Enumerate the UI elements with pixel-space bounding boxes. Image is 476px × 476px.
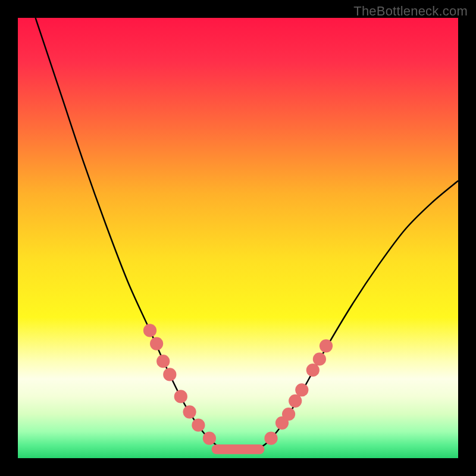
curve-marker [282,408,295,421]
curve-marker [156,355,170,368]
curve-marker [289,394,302,408]
plot-area [18,18,458,458]
curve-marker [163,368,176,381]
curve-marker [295,383,308,396]
curve-marker [320,339,333,352]
watermark-text: TheBottleneck.com [353,4,468,19]
curve-marker [150,337,163,350]
curve-marker [174,390,187,403]
curve-marker [143,324,156,337]
curve-marker [192,418,205,431]
curve-marker [183,405,196,418]
curve-marker [306,364,320,377]
curve-marker [203,432,216,445]
curve-marker [313,352,326,365]
gradient-background [18,18,458,458]
curve-marker [264,432,277,445]
chart-svg [18,18,458,458]
optimal-zone-bar [212,444,265,454]
